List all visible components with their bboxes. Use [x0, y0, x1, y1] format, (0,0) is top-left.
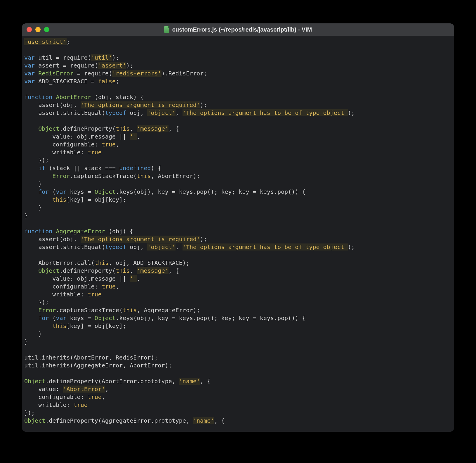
- code-line: this[key] = obj[key];: [23, 322, 453, 330]
- code-line: var ADD_STACKTRACE = false;: [23, 77, 453, 85]
- file-icon: [164, 26, 169, 33]
- code-line: }: [23, 330, 453, 338]
- code-line: var util = require('util');: [23, 54, 453, 62]
- code-line: 'use strict';: [23, 38, 453, 46]
- maximize-button[interactable]: [44, 27, 49, 32]
- code-line: Object.defineProperty(this, 'message', {: [23, 267, 453, 275]
- code-line: [23, 346, 453, 354]
- code-line: [23, 46, 453, 54]
- code-line: util.inherits(AggregateError, AbortError…: [23, 362, 453, 369]
- code-line: var RedisError = require('redis-errors')…: [23, 70, 453, 77]
- code-editor[interactable]: 'use strict'; var util = require('util')…: [22, 36, 454, 432]
- code-line: writable: true: [23, 401, 453, 409]
- title-area: customErrors.js (~/repos/redis/javascrip…: [22, 26, 454, 33]
- code-line: assert(obj, 'The options argument is req…: [23, 235, 453, 243]
- code-line: value: obj.message || '',: [23, 275, 453, 283]
- code-line: assert(obj, 'The options argument is req…: [23, 101, 453, 109]
- code-line: }: [23, 338, 453, 346]
- code-line: Object.defineProperty(AbortError.prototy…: [23, 377, 453, 385]
- minimize-button[interactable]: [35, 27, 41, 32]
- code-line: value: 'AbortError',: [23, 385, 453, 393]
- terminal-window: customErrors.js (~/repos/redis/javascrip…: [22, 23, 454, 432]
- code-line: configurable: true,: [23, 393, 453, 401]
- code-line: assert.strictEqual(typeof obj, 'object',…: [23, 243, 453, 251]
- code-line: this[key] = obj[key];: [23, 196, 453, 204]
- code-line: writable: true: [23, 291, 453, 298]
- code-line: Object.defineProperty(this, 'message', {: [23, 125, 453, 133]
- code-line: });: [23, 156, 453, 164]
- code-line: for (var keys = Object.keys(obj), key = …: [23, 188, 453, 196]
- code-line: [23, 220, 453, 227]
- code-line: function AggregateError (obj) {: [23, 227, 453, 235]
- code-line: AbortError.call(this, obj, ADD_STACKTRAC…: [23, 259, 453, 267]
- code-line: value: obj.message || '',: [23, 133, 453, 141]
- traffic-lights: [27, 27, 49, 32]
- code-line: Error.captureStackTrace(this, AbortError…: [23, 172, 453, 180]
- code-line: configurable: true,: [23, 283, 453, 291]
- code-line: function AbortError (obj, stack) {: [23, 93, 453, 101]
- code-line: }: [23, 212, 453, 220]
- code-line: [23, 117, 453, 125]
- code-line: }: [23, 204, 453, 212]
- code-line: Error.captureStackTrace(this, AggregateE…: [23, 306, 453, 314]
- code-line: for (var keys = Object.keys(obj), key = …: [23, 314, 453, 322]
- code-line: [23, 85, 453, 93]
- code-line: util.inherits(AbortError, RedisError);: [23, 354, 453, 362]
- code-line: writable: true: [23, 148, 453, 156]
- code-line: [23, 369, 453, 377]
- code-line: configurable: true,: [23, 141, 453, 148]
- code-line: var assert = require('assert');: [23, 62, 453, 70]
- titlebar: customErrors.js (~/repos/redis/javascrip…: [22, 23, 454, 36]
- code-line: if (stack || stack === undefined) {: [23, 164, 453, 172]
- code-line: });: [23, 298, 453, 306]
- code-line: }: [23, 180, 453, 188]
- code-line: [23, 251, 453, 259]
- code-line: });: [23, 409, 453, 417]
- close-button[interactable]: [27, 27, 32, 32]
- code-line: Object.defineProperty(AggregateError.pro…: [23, 417, 453, 425]
- code-line: assert.strictEqual(typeof obj, 'object',…: [23, 109, 453, 117]
- window-title: customErrors.js (~/repos/redis/javascrip…: [172, 26, 312, 33]
